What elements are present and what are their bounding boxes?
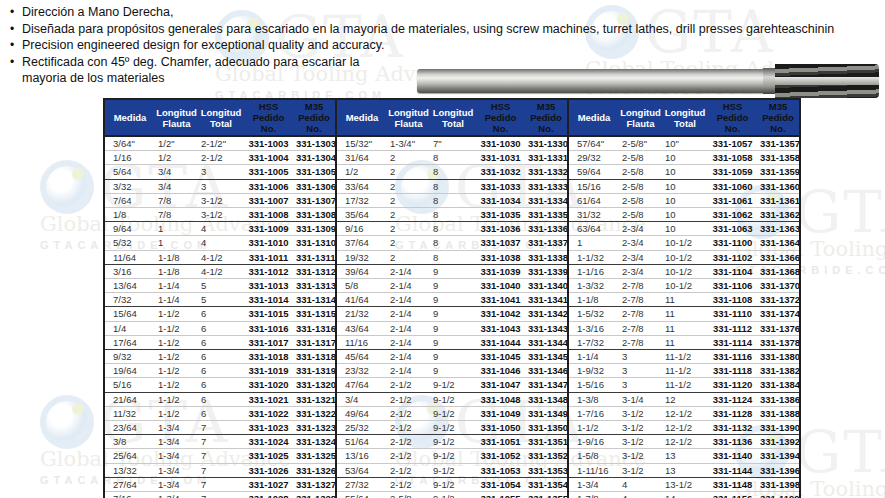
table-cell: 3 [198, 179, 244, 193]
table-cell: 331-1306 [293, 179, 336, 193]
table-cell: 1-3/4 [155, 435, 198, 449]
table-cell: 5/64 [104, 165, 155, 179]
table-cell: 6 [198, 350, 244, 364]
table-cell: 13/16 [336, 449, 387, 463]
table-cell: 331-1372 [757, 293, 800, 307]
table-cell: 331-1019 [244, 364, 293, 378]
table-row: 7/161-3/47331-1028331-132855/642-5/89-1/… [104, 492, 800, 498]
table-cell: 331-1331 [525, 151, 568, 165]
table-cell: 331-1048 [476, 392, 525, 406]
table-cell: 1-1/2 [155, 335, 198, 349]
table-cell: 3-1/4 [619, 392, 662, 406]
table-cell: 331-1025 [244, 449, 293, 463]
table-cell: 331-1042 [476, 307, 525, 321]
table-cell: 331-1120 [708, 378, 757, 392]
table-cell: 8 [430, 208, 476, 222]
table-cell: 63/64 [568, 222, 619, 236]
table-cell: 331-1330 [525, 136, 568, 151]
table-cell: 9 [430, 293, 476, 307]
table-cell: 2-3/4 [619, 250, 662, 264]
table-cell: 331-1384 [757, 378, 800, 392]
table-cell: 25/64 [104, 449, 155, 463]
table-cell: 11/32 [104, 406, 155, 420]
table-cell: 6 [198, 406, 244, 420]
table-cell: 331-1006 [244, 179, 293, 193]
table-cell: 2-1/2 [387, 378, 430, 392]
table-cell: 3-1/2 [619, 449, 662, 463]
table-cell: 2-1/2 [198, 151, 244, 165]
table-row: 7/647/83-1/2331-1007331-130717/3228331-1… [104, 193, 800, 207]
table-cell: 331-1390 [757, 421, 800, 435]
table-cell: 331-1015 [244, 307, 293, 321]
table-cell: 15/16 [568, 179, 619, 193]
table-cell: 331-1328 [293, 492, 336, 498]
table-cell: 9-1/2 [430, 477, 476, 491]
table-cell: 11-1/2 [662, 364, 708, 378]
table-cell: 2-1/2 [387, 406, 430, 420]
table-cell: 13 [662, 449, 708, 463]
table-cell: 331-1118 [708, 364, 757, 378]
table-cell: 1-1/8 [155, 250, 198, 264]
table-cell: 2 [387, 208, 430, 222]
table-cell: 1-1/2 [155, 307, 198, 321]
table-cell: 331-1034 [476, 193, 525, 207]
gta-logo-icon [40, 160, 94, 214]
table-cell: 45/64 [336, 350, 387, 364]
table-cell: 2-1/2 [387, 449, 430, 463]
table-cell: 9-1/2 [430, 421, 476, 435]
table-cell: 1-5/32 [568, 307, 619, 321]
table-cell: 13/32 [104, 463, 155, 477]
table-cell: 35/64 [336, 208, 387, 222]
table-cell: 1-1/4 [155, 293, 198, 307]
table-cell: 331-1353 [525, 463, 568, 477]
table-cell: 2-5/8 [387, 492, 430, 498]
table-cell: 11-1/2 [662, 378, 708, 392]
table-cell: 331-1343 [525, 321, 568, 335]
table-row: 27/641-3/47331-1027331-132727/322-1/29-1… [104, 477, 800, 491]
table-cell: 2-1/4 [387, 364, 430, 378]
table-cell: 331-1355 [525, 492, 568, 498]
table-cell: 331-1059 [708, 165, 757, 179]
table-cell: 331-1386 [757, 392, 800, 406]
table-cell: 331-1199 [757, 492, 800, 498]
table-cell: 331-1340 [525, 279, 568, 293]
table-cell: 2-1/4 [387, 335, 430, 349]
table-cell: 7 [198, 435, 244, 449]
table-cell: 331-1368 [757, 264, 800, 278]
table-cell: 331-1021 [244, 392, 293, 406]
table-cell: 2-1/4 [387, 264, 430, 278]
table-row: 5/643/43331-1005331-13051/228331-1032331… [104, 165, 800, 179]
table-cell: 331-1346 [525, 364, 568, 378]
bullet-item: Dirección a Mano Derecha, [6, 4, 834, 21]
table-cell: 1-1/2 [155, 406, 198, 420]
table-cell: 12-1/2 [662, 435, 708, 449]
table-cell: 331-1361 [757, 193, 800, 207]
bullet-item: Diseñada para propósitos generales para … [6, 21, 834, 38]
column-header: Medida [336, 99, 387, 136]
table-cell: 331-1314 [293, 293, 336, 307]
table-row: 13/321-3/47331-1026331-132653/642-1/29-1… [104, 463, 800, 477]
table-cell: 331-1035 [476, 208, 525, 222]
table-cell: 331-1051 [476, 435, 525, 449]
table-cell: 8 [430, 236, 476, 250]
table-cell: 10 [662, 165, 708, 179]
table-cell: 3 [619, 364, 662, 378]
table-cell: 331-1156 [708, 492, 757, 498]
table-cell: 1-1/2 [155, 350, 198, 364]
table-cell: 331-1309 [293, 222, 336, 236]
table-cell: 10-1/2 [662, 236, 708, 250]
table-cell: 4 [619, 492, 662, 498]
table-cell: 331-1318 [293, 350, 336, 364]
table-cell: 331-1307 [293, 193, 336, 207]
table-cell: 5/8 [336, 279, 387, 293]
table-cell: 1-5/16 [568, 378, 619, 392]
table-cell: 31/64 [336, 151, 387, 165]
table-cell: 19/32 [336, 250, 387, 264]
table-cell: 331-1312 [293, 264, 336, 278]
table-cell: 331-1108 [708, 293, 757, 307]
table-cell: 2 [387, 250, 430, 264]
table-cell: 4 [198, 236, 244, 250]
table-cell: 331-1366 [757, 250, 800, 264]
table-cell: 59/64 [568, 165, 619, 179]
reamer-flutes [775, 64, 879, 98]
